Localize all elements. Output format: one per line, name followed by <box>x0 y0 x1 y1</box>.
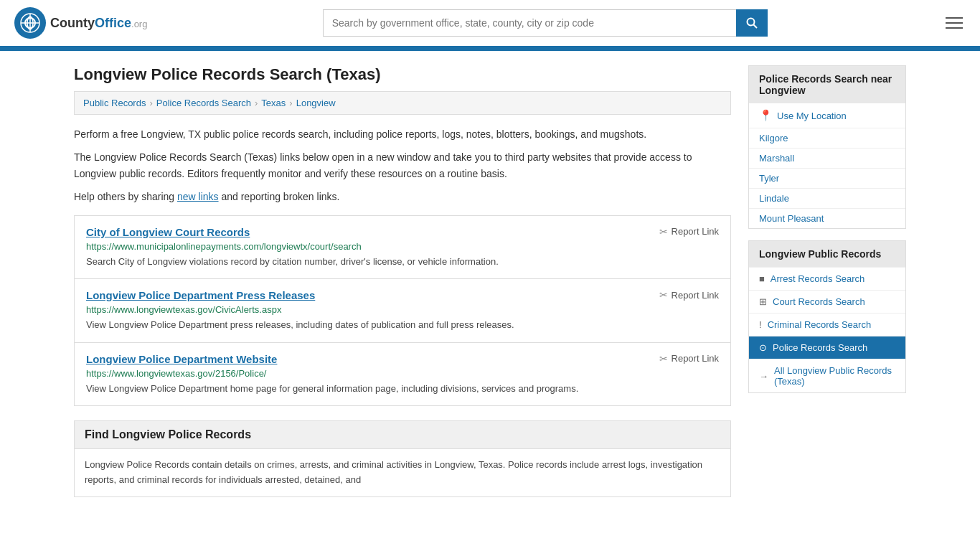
breadcrumb-sep-3 <box>289 98 292 108</box>
sidebar-all-records[interactable]: → All Longview Public Records (Texas) <box>749 359 905 392</box>
description-2: The Longview Police Records Search (Texa… <box>74 149 731 182</box>
nearby-title: Police Records Search near Longview <box>749 66 905 103</box>
result-card-3: Longview Police Department Website ✂ Rep… <box>74 343 731 407</box>
results-list: City of Longview Court Records ✂ Report … <box>74 215 731 407</box>
breadcrumb-texas[interactable]: Texas <box>261 98 286 108</box>
search-input[interactable] <box>323 9 736 37</box>
result-title-2[interactable]: Longview Police Department Press Release… <box>86 289 315 301</box>
site-header: CountyOffice.org <box>0 0 980 48</box>
menu-line-1 <box>946 17 963 19</box>
court-icon: ⊞ <box>759 296 767 307</box>
police-records-link[interactable]: Police Records Search <box>773 342 867 353</box>
breadcrumb-police-records-search[interactable]: Police Records Search <box>156 98 251 108</box>
description-1: Perform a free Longview, TX public polic… <box>74 126 731 142</box>
result-desc-2: View Longview Police Department press re… <box>86 318 719 332</box>
result-title-1[interactable]: City of Longview Court Records <box>86 226 250 238</box>
all-records-icon: → <box>759 371 768 382</box>
breadcrumb-public-records[interactable]: Public Records <box>83 98 146 108</box>
sidebar-arrest-records[interactable]: ■ Arrest Records Search <box>749 267 905 290</box>
report-link-2[interactable]: ✂ Report Link <box>659 289 719 301</box>
logo[interactable]: CountyOffice.org <box>14 7 147 39</box>
page-title: Longview Police Records Search (Texas) <box>74 65 731 84</box>
result-title-3[interactable]: Longview Police Department Website <box>86 353 277 365</box>
use-location-link[interactable]: Use My Location <box>777 110 847 121</box>
sidebar-court-records[interactable]: ⊞ Court Records Search <box>749 290 905 313</box>
logo-icon <box>14 7 46 39</box>
nearby-mount-pleasant[interactable]: Mount Pleasant <box>749 208 905 228</box>
all-records-link[interactable]: All Longview Public Records (Texas) <box>774 365 895 387</box>
court-records-link[interactable]: Court Records Search <box>773 296 865 307</box>
menu-line-3 <box>946 27 963 29</box>
new-links-link[interactable]: new links <box>177 191 219 202</box>
main-container: Longview Police Records Search (Texas) P… <box>60 51 920 512</box>
report-link-1[interactable]: ✂ Report Link <box>659 226 719 237</box>
report-link-3[interactable]: ✂ Report Link <box>659 353 719 364</box>
search-area <box>323 9 768 37</box>
menu-line-2 <box>946 22 963 24</box>
scissors-icon-2: ✂ <box>659 289 668 301</box>
content-area: Longview Police Records Search (Texas) P… <box>74 65 731 497</box>
svg-point-5 <box>747 19 754 26</box>
nearby-lindale[interactable]: Lindale <box>749 188 905 208</box>
sidebar-police-records[interactable]: ⊙ Police Records Search <box>749 336 905 359</box>
arrest-records-link[interactable]: Arrest Records Search <box>771 273 865 284</box>
search-icon <box>746 17 758 29</box>
scissors-icon-3: ✂ <box>659 353 668 364</box>
nearby-kilgore[interactable]: Kilgore <box>749 128 905 148</box>
find-section-body: Longview Police Records contain details … <box>74 449 731 497</box>
pin-icon: 📍 <box>759 109 773 122</box>
nearby-tyler[interactable]: Tyler <box>749 168 905 188</box>
svg-line-6 <box>753 25 757 29</box>
search-button[interactable] <box>736 9 768 37</box>
breadcrumb: Public Records Police Records Search Tex… <box>74 91 731 115</box>
result-card-2: Longview Police Department Press Release… <box>74 279 731 343</box>
nearby-marshall[interactable]: Marshall <box>749 148 905 168</box>
result-url-3: https://www.longviewtexas.gov/2156/Polic… <box>86 368 719 379</box>
result-card-1: City of Longview Court Records ✂ Report … <box>74 215 731 280</box>
result-url-2: https://www.longviewtexas.gov/CivicAlert… <box>86 304 719 315</box>
find-section-heading: Find Longview Police Records <box>74 420 731 449</box>
breadcrumb-longview[interactable]: Longview <box>296 98 336 108</box>
criminal-records-link[interactable]: Criminal Records Search <box>768 319 872 330</box>
arrest-icon: ■ <box>759 273 765 284</box>
scissors-icon-1: ✂ <box>659 226 668 237</box>
result-url-1: https://www.municipalonlinepayments.com/… <box>86 241 719 252</box>
public-records-box: Longview Public Records ■ Arrest Records… <box>748 240 906 393</box>
description-3: Help others by sharing new links and rep… <box>74 189 731 204</box>
nearby-box: Police Records Search near Longview 📍 Us… <box>748 65 906 229</box>
breadcrumb-sep-2 <box>255 98 258 108</box>
sidebar-criminal-records[interactable]: ! Criminal Records Search <box>749 313 905 336</box>
sidebar: Police Records Search near Longview 📍 Us… <box>748 65 906 497</box>
use-location-item[interactable]: 📍 Use My Location <box>749 103 905 128</box>
menu-button[interactable] <box>943 14 966 32</box>
public-records-title: Longview Public Records <box>749 241 905 267</box>
result-desc-1: Search City of Longview violations recor… <box>86 255 719 269</box>
breadcrumb-sep-1 <box>149 98 152 108</box>
police-icon: ⊙ <box>759 342 767 353</box>
criminal-icon: ! <box>759 319 762 330</box>
result-desc-3: View Longview Police Department home pag… <box>86 382 719 396</box>
logo-brand-text: CountyOffice.org <box>50 16 147 31</box>
